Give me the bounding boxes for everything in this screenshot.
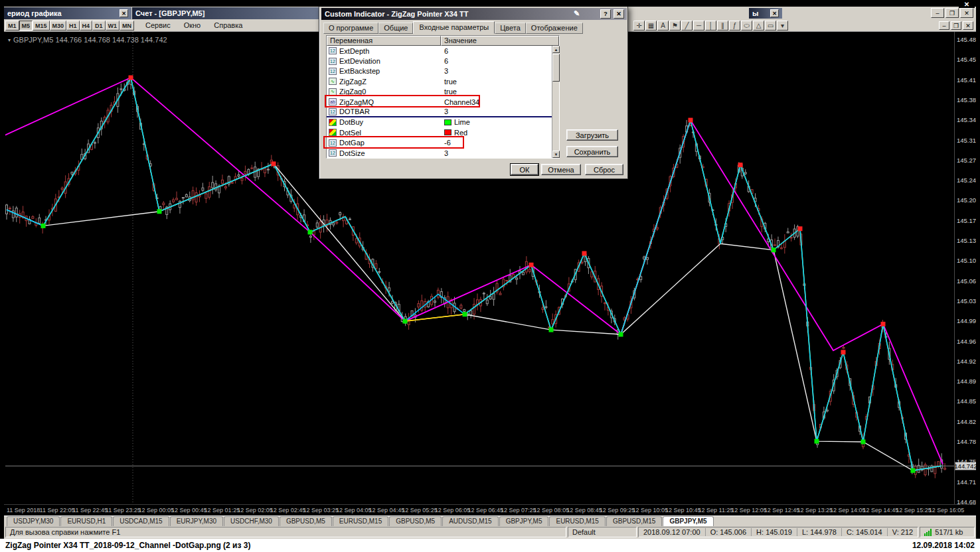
column-header-variable[interactable]: Переменная xyxy=(327,36,441,46)
symbol-tab-5[interactable]: GBPUSD,M5 xyxy=(280,516,332,526)
arrow-tools-icon[interactable]: ⚑ xyxy=(669,21,681,31)
ellipse-icon[interactable]: ⬭ xyxy=(741,21,752,31)
scrollbar-thumb[interactable] xyxy=(552,54,560,82)
symbol-tab-12[interactable]: GBPJPY,M5 xyxy=(663,516,713,526)
time-label: 12 Sep 00:45 xyxy=(171,507,207,514)
period-toolbar-title: ериод графика xyxy=(7,9,62,17)
symbol-tab-11[interactable]: GBPUSD,M15 xyxy=(606,516,662,526)
price-axis[interactable]: 144.742 145.485145.450145.415145.380145.… xyxy=(954,32,976,504)
param-row-extdepth[interactable]: 12ExtDepth6 xyxy=(327,46,552,56)
menu-item-0[interactable]: Сервис xyxy=(140,21,176,30)
more-tools-icon[interactable]: ▾ xyxy=(777,21,788,31)
menu-item-1[interactable]: Окно xyxy=(179,21,206,30)
tools-toolbar-titlebar[interactable]: ы ✕ xyxy=(749,8,782,19)
period-toolbar-close-icon[interactable]: ✕ xyxy=(120,9,128,17)
viewer-close-icon[interactable]: ✕ xyxy=(959,0,975,8)
param-name-cell: 12ExtDeviation xyxy=(327,57,441,65)
crosshair-icon[interactable]: ✛ xyxy=(633,21,645,31)
scroll-down-icon[interactable]: ▼ xyxy=(552,151,560,158)
dialog-tab-1[interactable]: Общие xyxy=(378,23,413,34)
dialog-reset-button[interactable]: Сброс xyxy=(585,164,623,175)
period-button-m30[interactable]: M30 xyxy=(50,21,67,31)
param-name: ExtBackstep xyxy=(339,67,380,75)
param-row-dotbuy[interactable]: DotBuyLime xyxy=(327,117,552,127)
menu-item-2[interactable]: Справка xyxy=(208,21,248,30)
app-minimize-button[interactable]: – xyxy=(931,8,944,18)
fibonacci-icon[interactable]: ƒ xyxy=(729,21,740,31)
period-button-m1[interactable]: M1 xyxy=(5,21,19,31)
dialog-tab-3[interactable]: Цвета xyxy=(495,23,526,34)
dialog-load-button[interactable]: Загрузить xyxy=(566,129,618,141)
param-value[interactable]: 6 xyxy=(441,57,552,65)
param-row-zigzagz[interactable]: ∿ZigZagZtrue xyxy=(327,76,552,86)
symbol-tab-9[interactable]: GBPJPY,M5 xyxy=(499,516,549,526)
dialog-help-button[interactable]: ? xyxy=(600,9,611,19)
symbol-tab-2[interactable]: USDCAD,M15 xyxy=(113,516,169,526)
param-name: DOTBAR xyxy=(339,107,370,115)
symbol-tab-3[interactable]: EURJPY,M30 xyxy=(170,516,223,526)
param-name: DotBuy xyxy=(339,118,363,126)
chart-restore-button[interactable]: ❐ xyxy=(951,21,961,30)
channel-icon[interactable]: ∥ xyxy=(717,21,728,31)
param-value[interactable]: 6 xyxy=(441,47,552,55)
rectangle-icon[interactable]: ▭ xyxy=(765,21,776,31)
scroll-up-icon[interactable]: ▲ xyxy=(552,46,560,53)
param-row-extdeviation[interactable]: 12ExtDeviation6 xyxy=(327,56,552,66)
symbol-tab-8[interactable]: AUDUSD,M15 xyxy=(442,516,498,526)
chart-close-button[interactable]: ✕ xyxy=(963,21,973,30)
dialog-save-button[interactable]: Сохранить xyxy=(566,146,618,157)
horizontal-line-icon[interactable]: ─ xyxy=(693,21,704,31)
trendline-icon[interactable]: ╱ xyxy=(681,21,693,31)
status-bar-time: 2018.09.12 07:00 xyxy=(639,528,705,536)
param-value[interactable]: true xyxy=(441,78,552,86)
param-value[interactable]: 3 xyxy=(441,67,552,75)
param-value[interactable]: 3 xyxy=(441,149,552,157)
period-button-w1[interactable]: W1 xyxy=(106,21,120,31)
vertical-line-icon[interactable]: │ xyxy=(705,21,716,31)
dialog-tab-0[interactable]: О программе xyxy=(323,23,378,34)
period-button-m15[interactable]: M15 xyxy=(33,21,50,31)
dot-buy xyxy=(403,319,408,324)
symbol-tab-7[interactable]: GBPUSD,M5 xyxy=(389,516,442,526)
grid-icon[interactable]: ▦ xyxy=(645,21,657,31)
period-button-d1[interactable]: D1 xyxy=(92,21,106,31)
period-button-h1[interactable]: H1 xyxy=(66,21,80,31)
param-row-extbackstep[interactable]: 12ExtBackstep3 xyxy=(327,66,552,76)
param-row-dotbar[interactable]: 12DOTBAR3 xyxy=(327,107,552,117)
text-icon[interactable]: A xyxy=(657,21,669,31)
symbol-tab-1[interactable]: EURUSD,H1 xyxy=(60,516,112,526)
status-profile[interactable]: Default xyxy=(568,527,637,537)
status-help: Для вызова справки нажмите F1 xyxy=(5,527,566,537)
app-close-button[interactable]: ✕ xyxy=(960,8,973,18)
period-toolbar-titlebar[interactable]: ериод графика ✕ xyxy=(4,7,131,19)
time-label: 12 Sep 06:45 xyxy=(467,507,503,514)
symbol-tab-10[interactable]: EURUSD,M15 xyxy=(549,516,605,526)
param-value[interactable]: Lime xyxy=(441,118,552,126)
triangle-icon[interactable]: △ xyxy=(753,21,764,31)
dot-sell xyxy=(798,226,803,231)
period-button-mn[interactable]: MN xyxy=(120,21,134,31)
dialog-ok-button[interactable]: ОК xyxy=(511,164,538,175)
chart-minimize-button[interactable]: – xyxy=(939,21,949,30)
dialog-titlebar[interactable]: Custom Indicator - ZigZag Pointer X34 TT… xyxy=(321,8,627,20)
dialog-tab-2[interactable]: Входные параметры xyxy=(413,21,495,34)
main-title: Счет - [GBPJPY,M5] xyxy=(135,9,204,17)
period-button-m5[interactable]: M5 xyxy=(19,21,33,31)
dialog-close-button[interactable]: ✕ xyxy=(613,9,624,19)
tools-toolbar-close-icon[interactable]: ✕ xyxy=(770,9,779,17)
period-button-h4[interactable]: H4 xyxy=(80,21,93,31)
time-label: 12 Sep 16:05 xyxy=(929,507,965,514)
param-row-dotsize[interactable]: 12DotSize3 xyxy=(327,148,552,158)
chart-window-controls: – ❐ ✕ xyxy=(939,21,973,30)
app-restore-button[interactable]: ❐ xyxy=(945,8,959,18)
main-titlebar[interactable]: Счет - [GBPJPY,M5] xyxy=(132,7,322,19)
symbol-tab-0[interactable]: USDJPY,M30 xyxy=(7,516,60,526)
symbol-tab-6[interactable]: EURUSD,M15 xyxy=(333,516,388,526)
param-value[interactable]: 3 xyxy=(441,107,552,115)
table-scrollbar[interactable]: ▲ ▼ xyxy=(552,46,559,158)
column-header-value[interactable]: Значение xyxy=(441,36,559,46)
dialog-tab-4[interactable]: Отображение xyxy=(526,23,583,34)
dialog-cancel-button[interactable]: Отмена xyxy=(541,164,581,175)
time-axis[interactable]: 11 Sep 201811 Sep 22:0511 Sep 22:4511 Se… xyxy=(4,504,976,516)
symbol-tab-4[interactable]: USDCHF,M30 xyxy=(224,516,279,526)
